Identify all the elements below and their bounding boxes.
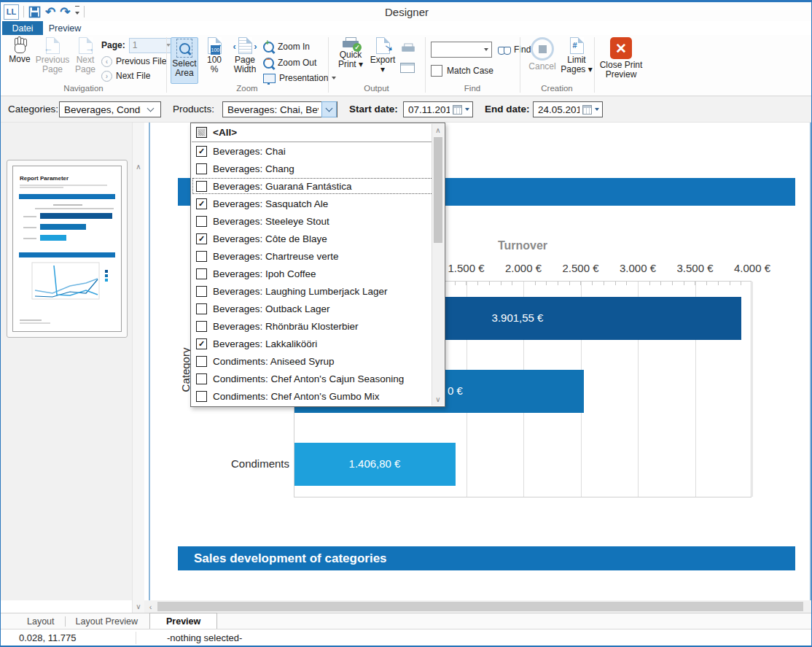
dropdown-scrollbar[interactable]: ∧ ∨ [432,124,444,406]
gridline [752,282,753,497]
print-options-icon[interactable] [400,63,415,73]
dropdown-item[interactable]: Beverages: Guaraná Fantástica [192,177,434,195]
cancel-icon [531,37,554,61]
title-bar: LL ↶ ↷ Designer [1,2,812,21]
calendar-icon [453,105,462,115]
categories-combobox[interactable]: Beverages, Condir [59,101,161,117]
dropdown-item[interactable]: Condiments: Chef Anton's Cajun Seasoning [192,370,434,387]
x-axis-tick-label: 2.500 € [562,262,598,274]
x-axis-tick-label: 4.000 € [734,262,770,274]
page-thumbnail[interactable]: Report Parameter [7,160,128,338]
scrollbar-thumb[interactable] [157,602,803,611]
previous-page-button[interactable]: ← Previous Page [36,37,69,82]
thumbnail-legend [105,268,118,283]
limit-pages-button[interactable]: # Limit Pages ▾ [561,37,593,82]
page-number-input[interactable]: 1 [129,38,174,53]
checkbox-icon[interactable]: ✓ [196,338,207,349]
dropdown-item[interactable]: Beverages: Steeleye Stout [192,212,434,230]
bar-value-label: 3.901,55 € [492,311,544,324]
zoom-100-button[interactable]: → 100 100 % [202,37,227,82]
find-group-content: Find Match Case [431,42,531,77]
dropdown-item[interactable]: Beverages: Outback Lager [192,300,434,317]
checkbox-icon[interactable] [196,181,207,192]
tab-file[interactable]: Datei [2,21,43,35]
checkbox-icon[interactable] [196,127,207,138]
page-width-button[interactable]: ‹› Page Width [230,37,260,82]
ribbon-tab-strip: Datei Preview [1,21,812,35]
page-thumbnail-panel: Report Parameter [1,123,132,600]
tab-layout-preview[interactable]: Layout Preview [76,616,138,627]
zoom-in-button[interactable]: + Zoom In [263,41,336,53]
move-button[interactable]: Move [5,37,34,82]
checkbox-icon[interactable] [196,286,207,297]
checkbox-icon[interactable] [196,251,207,262]
start-date-input[interactable]: 07.11.2017 [403,101,473,117]
find-search-input[interactable] [431,42,492,58]
dropdown-item[interactable]: Beverages: Chartreuse verte [192,247,434,265]
checkbox-icon[interactable] [196,373,207,384]
checkbox-icon[interactable]: ✓ [196,146,207,157]
dropdown-item[interactable]: Condiments: Aniseed Syrup [192,352,434,370]
view-tab-strip: Layout Layout Preview Preview [1,613,812,629]
dropdown-item[interactable]: Beverages: Ipoh Coffee [192,265,434,282]
products-combobox[interactable]: Beverages: Chai, Beverages: Sa [222,101,337,117]
quick-print-button[interactable]: ✓ Quick Print ▾ [335,37,367,82]
checkbox-icon[interactable] [196,268,207,279]
dropdown-item[interactable]: <All> [192,123,434,142]
dropdown-item[interactable]: Beverages: Laughing Lumberjack Lager [192,282,434,300]
tab-preview[interactable]: Preview [43,21,87,35]
scrollbar-thumb[interactable] [434,137,442,243]
checkbox-icon[interactable] [196,356,207,367]
tab-preview-active[interactable]: Preview [149,613,217,629]
dropdown-item-label: Beverages: Ipoh Coffee [213,268,316,279]
zoom-out-button[interactable]: − Zoom Out [263,57,336,69]
checkbox-icon[interactable]: ✓ [196,233,207,244]
checkbox-icon[interactable] [196,321,207,332]
x-axis-tick-label: 1.500 € [448,262,484,274]
tab-layout[interactable]: Layout [27,616,55,627]
chevron-down-icon [465,108,469,111]
cancel-button[interactable]: Cancel [527,37,558,82]
export-button[interactable]: ➝ Export ▾ [369,37,397,82]
dropdown-item-label: Beverages: Laughing Lumberjack Lager [213,286,387,297]
dropdown-item[interactable]: ✓Beverages: Lakkalikööri [192,335,434,352]
find-button[interactable]: Find [498,44,531,55]
dropdown-item[interactable]: Beverages: Rhönbräu Klosterbier [192,317,434,335]
chevron-down-icon[interactable] [321,101,337,117]
dropdown-item[interactable]: ✓Beverages: Côte de Blaye [192,230,434,247]
presentation-button[interactable]: Presentation [263,72,336,84]
sidebar-scroll-down[interactable]: ∨ [132,600,144,613]
dropdown-item[interactable]: ✓Beverages: Chai [192,142,434,160]
next-page-button[interactable]: → Next Page [71,37,100,82]
dropdown-item[interactable]: Condiments: Chef Anton's Gumbo Mix [192,387,434,405]
dropdown-item-label: Beverages: Steeleye Stout [213,216,329,227]
scroll-up-icon[interactable]: ∧ [133,163,144,171]
dropdown-item-label: Beverages: Lakkalikööri [213,338,317,349]
select-area-button[interactable]: Select Area [171,37,198,84]
print-icon[interactable] [402,44,415,53]
sidebar-scrollbar[interactable]: ∧ [132,123,144,600]
checkbox-icon[interactable] [196,163,207,174]
dropdown-item[interactable]: ✓Beverages: Sasquatch Ale [192,195,434,212]
end-date-input[interactable]: 24.05.2018 [533,101,603,117]
scroll-down-icon[interactable]: ∨ [432,395,444,403]
match-case-checkbox[interactable]: Match Case [431,65,531,77]
zoom-list: + Zoom In − Zoom Out Presentation [263,41,336,84]
page-left-edge [149,123,150,600]
thumbnail-line-chart [22,261,102,306]
thumbnail-page: Report Parameter [12,166,122,332]
checkbox-icon[interactable] [196,303,207,314]
scroll-left-icon[interactable]: ‹ [144,600,157,613]
dropdown-item[interactable]: Beverages: Chang [192,160,434,177]
close-print-preview-button[interactable]: ✕ Close Print Preview [598,37,644,82]
circle-right-arrow-icon: › [101,71,112,82]
checkbox-icon[interactable] [196,216,207,227]
cursor-coordinates: 0.028, 11.775 [19,632,77,643]
bar-value-label: 1.406,80 € [349,457,401,470]
checkbox-icon[interactable] [196,391,207,402]
scroll-up-icon[interactable]: ∧ [432,126,444,134]
horizontal-scrollbar[interactable]: ‹ [144,600,812,613]
checkbox-icon[interactable]: ✓ [196,198,207,209]
next-file-button[interactable]: › Next File [101,70,174,82]
previous-file-button[interactable]: ‹ Previous File [101,55,174,67]
